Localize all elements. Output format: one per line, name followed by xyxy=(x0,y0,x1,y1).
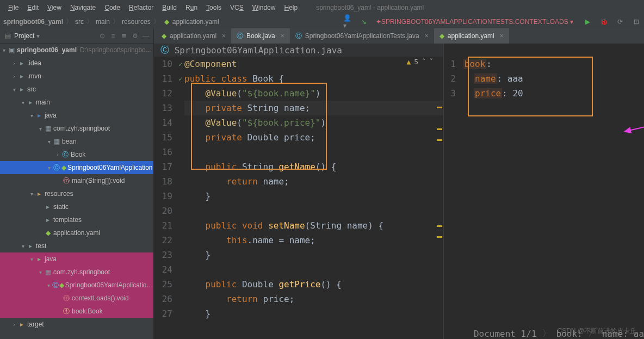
menu-help[interactable]: Help xyxy=(280,3,301,13)
tree-item[interactable]: ›▸.mvn xyxy=(0,70,153,83)
menu-code[interactable]: Code xyxy=(101,3,124,13)
editor-subtab[interactable]: Ⓒ Springboot06YamlApplication.java xyxy=(154,44,443,57)
navigation-bar: springboot06_yaml 〉 src 〉 main 〉 resourc… xyxy=(0,15,644,28)
menu-view[interactable]: View xyxy=(44,3,65,13)
java-editor[interactable]: Ⓒ Springboot06YamlApplication.java 10111… xyxy=(154,44,444,339)
build-icon[interactable]: ↘ xyxy=(360,17,368,26)
status-doc: Document 1/1 xyxy=(474,329,537,339)
error-stripe[interactable] xyxy=(436,57,442,339)
expand-icon[interactable]: ≡ xyxy=(109,32,117,40)
menu-build[interactable]: Build xyxy=(158,3,181,13)
debug-icon[interactable]: 🐞 xyxy=(599,17,608,26)
tree-item[interactable]: ⓕbook:Book xyxy=(0,305,153,318)
menu-vcs[interactable]: VCS xyxy=(226,3,247,13)
crumb[interactable]: resources xyxy=(122,18,151,26)
tree-item[interactable]: ▸static xyxy=(0,200,153,213)
user-icon[interactable]: 👤▾ xyxy=(343,17,352,26)
toolbar-right: 👤▾ ↘ ✦SPRINGBOOT06YAMLAPPLICATIONTESTS.C… xyxy=(343,17,641,26)
tab-active[interactable]: ⒸBook.java× xyxy=(231,28,290,44)
tree-item[interactable]: ▸templates xyxy=(0,213,153,226)
editor-area: ◆application.yaml× ⒸBook.java× ⒸSpringbo… xyxy=(154,28,644,339)
gutter: 123 xyxy=(444,57,460,339)
close-icon[interactable]: × xyxy=(500,32,504,40)
tab-split[interactable]: ◆application.yaml× xyxy=(434,28,509,44)
tree-item[interactable]: ›ⒸBook xyxy=(0,148,153,161)
coverage-icon[interactable]: ⟳ xyxy=(616,17,624,26)
tree-root[interactable]: ▾▣ springboot06_yamlD:\springboot\spring… xyxy=(0,44,153,57)
tree-item[interactable]: ⓜmain(String[]):void xyxy=(0,174,153,187)
menu-refactor[interactable]: Refactor xyxy=(125,3,157,13)
annotation-box xyxy=(468,57,593,116)
menu-navigate[interactable]: Navigate xyxy=(66,3,100,13)
tree-item[interactable]: ›▸target xyxy=(0,318,153,331)
project-panel-header: ▤ Project ▾ ⊙ ≡ ≣ ⚙ — xyxy=(0,28,153,44)
tree-item[interactable]: ▾▸test xyxy=(0,239,153,252)
gutter-icons: ✓✓ xyxy=(177,57,184,339)
select-opened-icon[interactable]: ⊙ xyxy=(98,32,107,40)
breadcrumbs[interactable]: springboot06_yaml 〉 src 〉 main 〉 resourc… xyxy=(3,17,219,26)
project-panel-title[interactable]: Project xyxy=(14,32,34,40)
yaml-editor[interactable]: 123 book: name: aaa price: 20 Document 1… xyxy=(444,44,644,339)
tree-item[interactable]: ◆application.yaml xyxy=(0,226,153,239)
prev-icon[interactable]: ˆ xyxy=(422,58,426,66)
run-icon[interactable]: ▶ xyxy=(583,17,592,26)
crumb[interactable]: springboot06_yaml xyxy=(3,18,63,26)
project-icon: ▤ xyxy=(3,32,12,40)
crumb[interactable]: application.yaml xyxy=(172,18,219,26)
tab[interactable]: ◆application.yaml× xyxy=(156,28,231,44)
menu-window[interactable]: Window xyxy=(249,3,280,13)
crumb[interactable]: main xyxy=(96,18,110,26)
run-config-selector[interactable]: ✦SPRINGBOOT06YAMLAPPLICATIONTESTS.CONTEX… xyxy=(376,18,573,26)
settings-icon[interactable]: ⚙ xyxy=(131,32,139,40)
tree-item[interactable]: ▾▦bean xyxy=(0,135,153,148)
menu-edit[interactable]: Edit xyxy=(23,3,42,13)
tree-item[interactable]: ▾▦com.zyh.springboot xyxy=(0,266,153,279)
warning-icon: ▲ xyxy=(406,58,411,66)
window-title: springboot06_yaml - application.yaml xyxy=(316,4,424,11)
tree-item[interactable]: ⓜcontextLoads():void xyxy=(0,292,153,305)
project-panel: ▤ Project ▾ ⊙ ≡ ≣ ⚙ — ▾▣ springboot06_ya… xyxy=(0,28,154,339)
tree-item[interactable]: ▾▸java xyxy=(0,109,153,122)
tree-item[interactable]: ▾▸java xyxy=(0,252,153,266)
tree-item[interactable]: ▾▦com.zyh.springboot xyxy=(0,122,153,135)
menu-run[interactable]: Run xyxy=(182,3,201,13)
gutter: 101112131415161718192021222324252627 xyxy=(154,57,177,339)
crumb[interactable]: src xyxy=(75,18,84,26)
next-icon[interactable]: ˇ xyxy=(429,58,434,66)
watermark: CSDN @不断前进的皮卡丘 xyxy=(557,326,636,336)
code-lines[interactable]: @Componentpublic class Book { @Value("${… xyxy=(184,57,443,321)
close-icon[interactable]: × xyxy=(281,32,284,40)
close-icon[interactable]: × xyxy=(222,32,226,40)
tree-item[interactable]: ▾Ⓒ◆Springboot06YamlApplicationTests xyxy=(0,279,153,292)
collapse-icon[interactable]: ≣ xyxy=(120,32,128,40)
menu-file[interactable]: File xyxy=(4,3,22,13)
inspection-widget[interactable]: ▲ 5 ˆ ˇ xyxy=(406,58,433,66)
hide-icon[interactable]: — xyxy=(141,32,150,40)
menu-tools[interactable]: Tools xyxy=(202,3,225,13)
profile-icon[interactable]: ⊡ xyxy=(632,17,641,26)
menu-bar: File Edit View Navigate Code Refactor Bu… xyxy=(0,0,644,15)
close-icon[interactable]: × xyxy=(425,32,429,40)
tree-item[interactable]: ›▸.idea xyxy=(0,57,153,70)
tree-item[interactable]: ▾▸src xyxy=(0,83,153,96)
yaml-icon: ◆ xyxy=(163,18,171,26)
tree-item[interactable]: ▾▸resources xyxy=(0,187,153,200)
editor-tabs: ◆application.yaml× ⒸBook.java× ⒸSpringbo… xyxy=(154,28,644,44)
tree-item-selected[interactable]: ▾Ⓒ◆Springboot06YamlApplication xyxy=(0,161,153,174)
project-tree[interactable]: ▾▣ springboot06_yamlD:\springboot\spring… xyxy=(0,44,153,339)
tab[interactable]: ⒸSpringboot06YamlApplicationTests.java× xyxy=(290,28,434,44)
tree-item[interactable]: ▾▸main xyxy=(0,96,153,109)
